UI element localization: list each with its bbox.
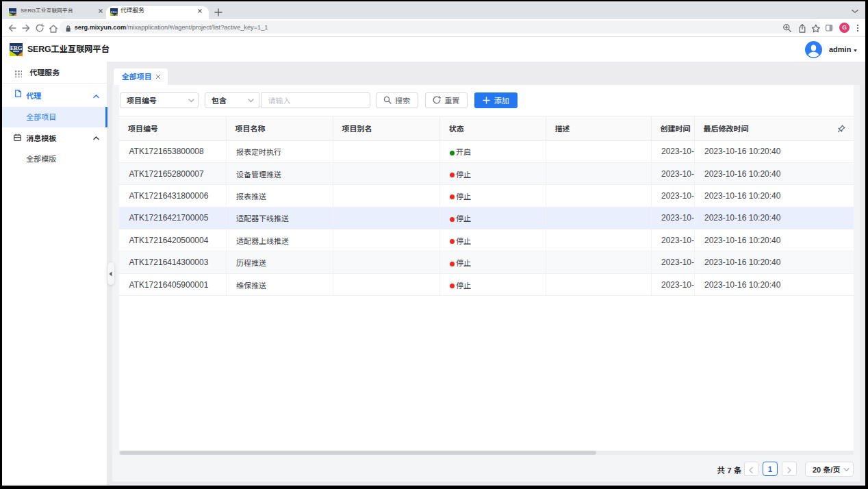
svg-text:ERG: ERG bbox=[110, 10, 117, 14]
svg-text:ERG: ERG bbox=[10, 10, 16, 14]
svg-text:ERG: ERG bbox=[10, 45, 23, 51]
